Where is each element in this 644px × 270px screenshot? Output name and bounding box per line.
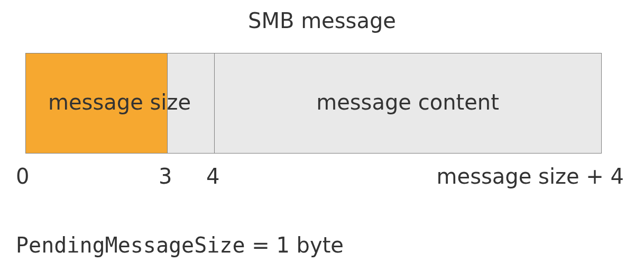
footer-note: PendingMessageSize = 1 byte — [16, 233, 344, 257]
footer-equals: = — [245, 233, 276, 257]
label-message-size: message size — [25, 90, 214, 114]
label-message-content: message content — [214, 90, 602, 114]
footer-value: 1 byte — [276, 233, 344, 257]
offset-4: 4 — [206, 164, 219, 188]
offset-3: 3 — [159, 164, 172, 188]
diagram-title: SMB message — [0, 8, 644, 33]
offset-end: message size + 4 — [437, 164, 624, 188]
smb-message-diagram: SMB message message size message content… — [0, 0, 644, 270]
offset-0: 0 — [16, 164, 29, 188]
footer-var-name: PendingMessageSize — [16, 233, 245, 257]
